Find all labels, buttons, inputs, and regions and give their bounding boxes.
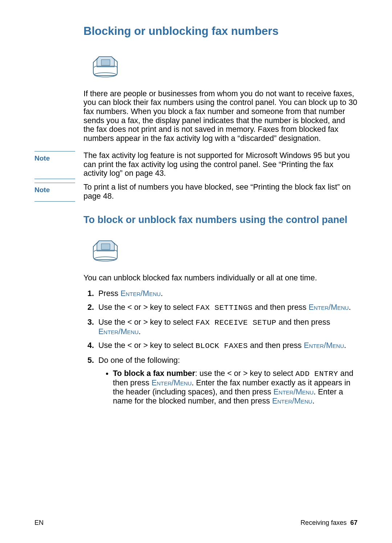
button-ref: Enter/Menu — [309, 303, 349, 312]
printer-icon — [89, 52, 358, 81]
section-heading: To block or unblock fax numbers using th… — [83, 214, 358, 226]
sub-intro-text: You can unblock blocked fax numbers indi… — [83, 273, 358, 283]
page-title: Blocking or unblocking fax numbers — [34, 25, 358, 38]
note-label: Note — [34, 154, 50, 162]
note-block: Note The fax activity log feature is not… — [34, 151, 358, 178]
button-ref: Enter/Menu — [304, 341, 344, 350]
page-footer: EN Receiving faxes 67 — [34, 519, 358, 527]
button-ref: Enter/Menu — [121, 289, 161, 298]
note-text: The fax activity log feature is not supp… — [83, 151, 358, 178]
note-label: Note — [34, 186, 50, 194]
step-item: Use the < or > key to select BLOCK FAXES… — [96, 341, 358, 350]
lcd-text: FAX SETTINGS — [196, 304, 253, 312]
button-ref: Enter/Menu — [272, 397, 313, 405]
intro-paragraph: If there are people or businesses from w… — [83, 89, 358, 143]
button-ref: Enter/Menu — [273, 388, 314, 396]
note-block: Note To print a list of numbers you have… — [34, 183, 358, 200]
step-item: Use the < or > key to select FAX SETTING… — [96, 303, 358, 312]
printer-icon — [89, 236, 358, 266]
step-item: Do one of the following: To block a fax … — [96, 356, 358, 406]
step-item: Press Enter/Menu. — [96, 289, 358, 298]
lcd-text: FAX RECEIVE SETUP — [196, 319, 277, 327]
bullet-item: To block a fax number: use the < or > ke… — [113, 369, 358, 405]
step-item: Use the < or > key to select FAX RECEIVE… — [96, 318, 358, 336]
lcd-text: BLOCK FAXES — [196, 342, 248, 350]
lcd-text: ADD ENTRY — [295, 370, 338, 378]
footer-right: Receiving faxes 67 — [301, 519, 358, 527]
button-ref: Enter/Menu — [151, 378, 192, 387]
button-ref: Enter/Menu — [98, 327, 139, 336]
note-text: To print a list of numbers you have bloc… — [83, 183, 358, 200]
footer-left: EN — [34, 519, 44, 527]
